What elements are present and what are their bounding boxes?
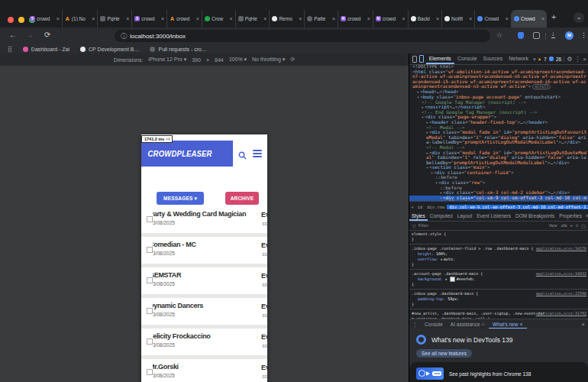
browser-tab[interactable]: Remo× — [269, 10, 304, 28]
browser-tab[interactable]: Crow× — [202, 10, 235, 28]
messages-dropdown-button[interactable]: MESSAGES▾ — [157, 192, 204, 205]
drawer-close-icon[interactable]: × — [581, 321, 588, 328]
more-styles-tabs-icon[interactable]: » — [584, 213, 588, 219]
site-logo[interactable]: CROWDPLEASER — [141, 150, 212, 158]
row-checkbox[interactable] — [147, 308, 153, 314]
adblock-extension-icon[interactable] — [518, 32, 524, 39]
browser-tab[interactable]: Ncrowd× — [373, 10, 408, 28]
bookmark-item[interactable]: Dashboard - Zai — [23, 47, 69, 52]
zoom-select[interactable]: 100% ▾ — [229, 57, 247, 63]
browser-tab[interactable]: Scrowd× — [27, 10, 62, 28]
expand-arrow-icon[interactable]: ▶ — [441, 257, 443, 261]
tab-close-icon[interactable]: × — [57, 16, 60, 21]
archive-button[interactable]: ARCHIVE — [225, 192, 259, 205]
message-row[interactable]: GEMSTAR3/08/2025Evssy — [141, 267, 267, 294]
browser-tab[interactable]: Patte× — [304, 10, 338, 28]
tab-close-icon[interactable]: × — [230, 16, 233, 21]
address-bar[interactable]: ⓘ localhost:3000/inbox — [115, 30, 490, 42]
back-icon[interactable]: ← — [9, 31, 17, 39]
inspect-element-icon[interactable] — [412, 56, 417, 63]
devtools-close-icon[interactable]: × — [583, 56, 586, 63]
message-row[interactable]: Dynamic Dancers3/08/2025Evssy — [141, 298, 267, 325]
browser-tab[interactable]: Crowd× — [474, 10, 510, 28]
new-tab-button[interactable]: + — [551, 12, 556, 21]
message-row[interactable]: Comedian - MC3/08/2025Evssy — [141, 237, 267, 264]
expand-arrow-icon[interactable]: ▾ — [417, 95, 419, 99]
styles-tab-event-listeners[interactable]: Event Listeners — [474, 211, 513, 221]
expand-arrow-icon[interactable]: ▾ — [426, 165, 428, 170]
source-link[interactable]: application…scss:34032 — [536, 271, 586, 277]
tab-close-icon[interactable]: × — [299, 16, 302, 21]
search-icon[interactable] — [238, 149, 247, 163]
dom-node-line[interactable]: <html class="wf-abolition-i4-active wf-a… — [409, 70, 588, 90]
message-row[interactable]: Mr.Gorski3/08/2025Evssy — [141, 359, 267, 382]
bookmark-item[interactable]: CP Development B… — [80, 47, 139, 52]
rotate-icon[interactable]: ⟳ — [290, 57, 295, 63]
tab-close-icon[interactable]: × — [469, 16, 472, 21]
style-toggle[interactable]: :hov — [548, 223, 557, 228]
styles-tab-properties[interactable]: Properties — [557, 211, 584, 221]
browser-tab[interactable]: Notifi× — [441, 10, 474, 28]
dom-node-line[interactable]: ▸<div class="modal fade in" id="promptAr… — [409, 151, 588, 166]
row-checkbox[interactable] — [147, 216, 153, 222]
tab-close-icon[interactable]: × — [367, 16, 370, 21]
url-text[interactable]: localhost:3000/inbox — [130, 33, 186, 40]
settings-gear-icon[interactable]: ⚙ — [567, 56, 572, 63]
source-link[interactable]: application…scss:31792 — [536, 311, 586, 316]
expand-arrow-icon[interactable]: ▸ — [440, 190, 442, 195]
breadcrumb-prev-icon[interactable]: ◂ — [409, 204, 415, 209]
drawer-menu-icon[interactable]: ⋮ — [409, 322, 421, 328]
hamburger-menu-icon[interactable] — [253, 150, 262, 157]
style-toggle[interactable]: .cls — [560, 223, 567, 228]
browser-tab[interactable]: Ncrowd× — [338, 10, 373, 28]
devtools-tab-console[interactable]: Console — [454, 53, 480, 64]
source-link[interactable]: application…scss:22596 — [536, 291, 586, 296]
expand-arrow-icon[interactable]: ▾ — [431, 170, 433, 175]
tab-close-icon[interactable]: × — [436, 16, 439, 21]
tab-close-icon[interactable]: × — [92, 16, 95, 21]
browser-tab[interactable]: Acrowd× — [166, 10, 202, 28]
browser-tab[interactable]: Scrowd× — [131, 10, 166, 28]
extension-icon[interactable] — [533, 32, 540, 39]
site-info-icon[interactable]: ⓘ — [121, 32, 127, 40]
css-property[interactable]: overflow: ▶auto; — [412, 257, 586, 262]
forward-icon[interactable]: → — [26, 31, 34, 39]
tab-close-icon[interactable]: × — [126, 16, 129, 21]
dom-node-line[interactable]: ▾<div class="row"> — [409, 180, 588, 186]
row-checkbox[interactable] — [147, 247, 153, 253]
tab-close-icon[interactable]: × — [196, 16, 199, 21]
devtools-tab-network[interactable]: Network — [506, 53, 531, 64]
profile-avatar[interactable]: M — [565, 31, 573, 40]
devtools-tab-sources[interactable]: Sources — [480, 53, 506, 64]
expand-arrow-icon[interactable]: ▾ — [435, 180, 438, 185]
style-toggle[interactable]: + — [570, 223, 573, 228]
breadcrumb-item[interactable]: div.col-sm-9.col-sm-offset-3.col-md-10.c… — [447, 205, 588, 209]
viewport-height-field[interactable]: 844 — [215, 57, 224, 63]
styles-tab-layout[interactable]: Layout — [455, 211, 475, 221]
row-checkbox[interactable] — [147, 369, 153, 375]
browser-tab[interactable]: PgHe× — [97, 10, 131, 28]
tab-close-icon[interactable]: × — [402, 16, 405, 21]
viewport-width-field[interactable]: 390 — [192, 57, 201, 63]
device-toggle-icon[interactable] — [419, 55, 423, 63]
style-toggle[interactable]: ▢ — [581, 223, 586, 228]
row-checkbox[interactable] — [147, 277, 153, 283]
dom-node-line[interactable]: ▸<div class="modal fade in" id="promptAr… — [409, 130, 588, 145]
expand-arrow-icon[interactable]: ▾ — [422, 115, 424, 119]
device-select[interactable]: iPhone 12 Pro ▾ — [148, 57, 186, 63]
throttle-select[interactable]: No throttling ▾ — [252, 57, 285, 63]
issues-count[interactable]: 26 — [556, 57, 561, 62]
rule-selector[interactable]: element.style { — [412, 231, 586, 237]
browser-tab[interactable]: Crowd× — [511, 10, 547, 28]
reload-icon[interactable]: ⟳ — [44, 31, 50, 39]
styles-tab-styles[interactable]: Styles — [409, 211, 428, 221]
warning-count[interactable]: 7 — [544, 57, 547, 62]
tab-close-icon[interactable]: × — [541, 16, 544, 21]
color-swatch[interactable] — [450, 277, 455, 282]
devtools-menu-icon[interactable]: ⋮ — [574, 56, 580, 63]
see-all-features-button[interactable]: See all new features — [416, 349, 472, 358]
styles-tab-dom-breakpoints[interactable]: DOM Breakpoints — [513, 211, 557, 221]
highlight-card[interactable]: new See past highlights from Chrome 138 — [416, 367, 531, 380]
row-checkbox[interactable] — [147, 338, 153, 345]
browser-menu-icon[interactable]: ⋮ — [580, 31, 587, 39]
